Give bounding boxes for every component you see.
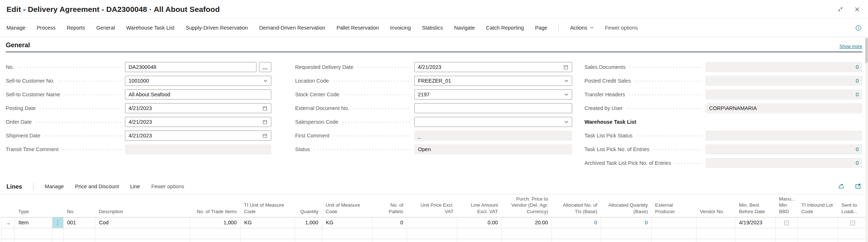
shipment-date-input[interactable]: 4/21/2023 bbox=[125, 131, 271, 141]
vertical-scrollbar[interactable] bbox=[865, 38, 868, 242]
sent-to-loading-checkbox[interactable] bbox=[850, 221, 855, 225]
cell-external-producer[interactable] bbox=[652, 217, 696, 228]
lines-fewer-options-button[interactable]: Fewer options bbox=[151, 184, 184, 189]
col-quantity[interactable]: Quantity bbox=[295, 194, 322, 217]
calendar-icon[interactable] bbox=[561, 65, 569, 70]
calendar-icon[interactable] bbox=[260, 133, 268, 138]
external-document-no-input[interactable] bbox=[414, 103, 572, 113]
col-sent-to-loading[interactable]: Sent to Loadi... bbox=[838, 194, 867, 217]
collapse-window-icon[interactable] bbox=[837, 6, 843, 12]
scrollbar-thumb[interactable] bbox=[865, 38, 868, 63]
cell-allocated-quantity-base[interactable]: 0 bbox=[601, 217, 652, 228]
order-date-input[interactable]: 4/21/2023 bbox=[125, 117, 271, 127]
location-code-input[interactable]: FREEZER_01 bbox=[414, 76, 572, 86]
menu-statistics[interactable]: Statistics bbox=[422, 25, 443, 31]
cell-line-amount-excl-vat[interactable]: 0.00 bbox=[457, 217, 502, 228]
menu-manage[interactable]: Manage bbox=[7, 25, 25, 31]
menu-warehouse-task-list[interactable]: Warehouse Task List bbox=[126, 25, 174, 31]
lines-menu-manage[interactable]: Manage bbox=[45, 184, 64, 189]
menu-process[interactable]: Process bbox=[36, 25, 55, 31]
col-unit-price-excl-vat[interactable]: Unit Price Excl. VAT bbox=[407, 194, 457, 217]
assist-edit-button[interactable]: … bbox=[259, 62, 271, 72]
empty-line-row[interactable] bbox=[1, 228, 867, 239]
menu-reports[interactable]: Reports bbox=[67, 25, 85, 31]
sell-to-customer-no-input[interactable]: 1001000 bbox=[125, 76, 271, 86]
menu-demand-driven-reservation[interactable]: Demand-Driven Reservation bbox=[259, 25, 325, 31]
manu-min-bbd-checkbox[interactable] bbox=[784, 221, 789, 225]
calendar-icon[interactable] bbox=[260, 106, 268, 111]
lines-separator bbox=[33, 182, 34, 190]
menu-navigate[interactable]: Navigate bbox=[454, 25, 475, 31]
chevron-down-icon[interactable] bbox=[562, 79, 569, 83]
stock-center-code-input[interactable]: 2197 bbox=[414, 89, 572, 100]
archived-task-list-pick-entries-drilldown[interactable]: 0 bbox=[705, 158, 862, 168]
cell-unit-of-measure-code[interactable]: KG bbox=[322, 217, 372, 228]
show-more-link[interactable]: Show more bbox=[839, 44, 862, 49]
chevron-down-icon[interactable] bbox=[261, 79, 268, 83]
col-purch-price-to-vendor[interactable]: Purch. Price to Vendor (Del. Agr. Curren… bbox=[502, 194, 552, 217]
row-selector-cell[interactable]: → bbox=[1, 217, 15, 228]
salesperson-code-input[interactable] bbox=[414, 117, 572, 127]
calendar-icon[interactable] bbox=[260, 119, 268, 125]
cell-min-best-before-date[interactable]: 4/19/2023 bbox=[735, 217, 776, 228]
cell-unit-price-excl-vat[interactable] bbox=[407, 217, 457, 228]
transfer-headers-drilldown[interactable]: 0 bbox=[705, 89, 862, 100]
cell-no-of-pallets[interactable]: 0 bbox=[372, 217, 407, 228]
menu-invoicing[interactable]: Invoicing bbox=[390, 25, 411, 31]
menu-pallet-reservation[interactable]: Pallet Reservation bbox=[336, 25, 379, 31]
menu-catch-reporting[interactable]: Catch Reporting bbox=[486, 25, 524, 31]
cell-allocated-no-of-tis-base[interactable]: 0 bbox=[552, 217, 601, 228]
no-input[interactable]: DA2300048 bbox=[125, 62, 256, 72]
share-icon[interactable] bbox=[838, 182, 845, 190]
menu-supply-driven-reservation[interactable]: Supply-Driven Reservation bbox=[186, 25, 248, 31]
cell-vendor-no[interactable] bbox=[696, 217, 735, 228]
col-allocated-no-of-tis-base[interactable]: Allocated No. of TIs (Base) bbox=[552, 194, 601, 217]
posting-date-input[interactable]: 4/21/2023 bbox=[125, 103, 271, 113]
col-line-amount-excl-vat[interactable]: Line Amount Excl. VAT bbox=[457, 194, 502, 217]
chevron-down-icon[interactable] bbox=[562, 92, 569, 97]
posted-credit-sales-drilldown[interactable]: 0 bbox=[705, 76, 862, 86]
cell-sent-to-loading[interactable] bbox=[838, 217, 867, 228]
first-comment-field[interactable]: _ bbox=[414, 131, 572, 141]
col-description[interactable]: Description bbox=[95, 194, 190, 217]
col-no-of-trade-items[interactable]: No. of Trade Items bbox=[190, 194, 241, 217]
chevron-down-icon[interactable] bbox=[562, 120, 569, 124]
info-icon[interactable] bbox=[855, 25, 861, 31]
sales-documents-drilldown[interactable]: 0 bbox=[705, 62, 862, 72]
cell-manu-min-bbd[interactable] bbox=[776, 217, 798, 228]
col-external-producer[interactable]: External Producer bbox=[652, 194, 696, 217]
col-vendor-no[interactable]: Vendor No. bbox=[696, 194, 735, 217]
close-icon[interactable] bbox=[854, 6, 860, 12]
lines-heading[interactable]: Lines bbox=[7, 183, 22, 190]
row-context-menu-button[interactable]: ⋮ bbox=[52, 217, 64, 228]
col-no-of-pallets[interactable]: No. of Pallets bbox=[372, 194, 407, 217]
requested-delivery-date-input[interactable]: 4/21/2023 bbox=[414, 62, 572, 72]
col-ti-inbound-lot-code[interactable]: TI Inbound Lot Code bbox=[798, 194, 838, 217]
cell-ti-unit-of-measure-code[interactable]: KG bbox=[241, 217, 295, 228]
col-manu-min-bbd[interactable]: Manu... Min. BBD bbox=[776, 194, 798, 217]
col-ti-unit-of-measure-code[interactable]: TI Unit of Measure Code bbox=[241, 194, 295, 217]
cell-no[interactable]: 001 bbox=[64, 217, 95, 228]
actions-dropdown-button[interactable]: Actions bbox=[570, 25, 594, 31]
menu-page[interactable]: Page bbox=[535, 25, 547, 31]
cell-ti-inbound-lot-code[interactable] bbox=[798, 217, 838, 228]
lines-menu-line[interactable]: Line bbox=[130, 184, 140, 189]
col-min-best-before-date[interactable]: Min. Best Before Date bbox=[735, 194, 776, 217]
col-unit-of-measure-code[interactable]: Unit of Measure Code bbox=[322, 194, 372, 217]
empty-line-row[interactable] bbox=[1, 239, 867, 242]
open-in-new-window-icon[interactable] bbox=[855, 182, 861, 190]
col-no[interactable]: No. bbox=[64, 194, 95, 217]
sell-to-customer-name-input[interactable]: All About Seafood bbox=[125, 89, 271, 100]
cell-no-of-trade-items[interactable]: 1,000 bbox=[190, 217, 241, 228]
task-list-pick-entries-drilldown[interactable]: 0 bbox=[705, 144, 862, 154]
col-allocated-quantity-base[interactable]: Allocated Quantity (Base) bbox=[601, 194, 652, 217]
cell-type[interactable]: Item bbox=[15, 217, 52, 228]
cell-purch-price-to-vendor[interactable]: 20.00 bbox=[502, 217, 552, 228]
general-heading[interactable]: General bbox=[6, 41, 30, 49]
lines-menu-price-and-discount[interactable]: Price and Discount bbox=[75, 184, 119, 189]
cell-description[interactable]: Cod bbox=[95, 217, 190, 228]
menu-general[interactable]: General bbox=[96, 25, 115, 31]
cell-quantity[interactable]: 1,000 bbox=[295, 217, 322, 228]
col-type[interactable]: Type bbox=[15, 194, 52, 217]
fewer-options-button[interactable]: Fewer options bbox=[605, 25, 638, 31]
